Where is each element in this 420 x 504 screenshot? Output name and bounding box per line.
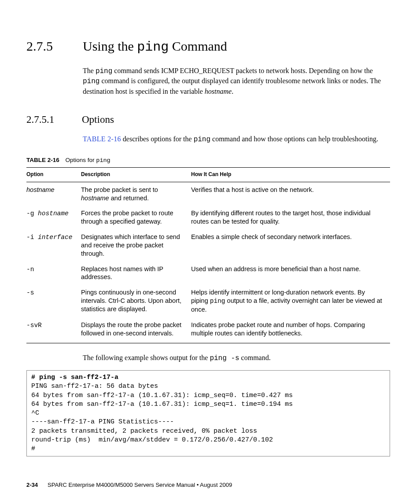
page-footer: 2-34SPARC Enterprise M4000/M5000 Servers… bbox=[26, 481, 232, 489]
code-example: # ping -s san-ff2-17-a PING san-ff2-17-a… bbox=[26, 370, 390, 456]
table-cross-ref: TABLE 2-16 bbox=[83, 135, 121, 143]
subsection-title: Options bbox=[82, 113, 114, 126]
intro-paragraph: The ping command sends ICMP ECHO_REQUEST… bbox=[83, 66, 390, 96]
table-row: -svR Displays the route the probe packet… bbox=[26, 317, 390, 343]
section-number: 2.7.5 bbox=[26, 37, 58, 56]
table-row: -g hostname Forces the probe packet to r… bbox=[26, 206, 390, 229]
table-caption: TABLE 2-16 Options for ping bbox=[26, 156, 390, 165]
options-paragraph: TABLE 2-16 describes options for the pin… bbox=[83, 134, 390, 145]
page-number: 2-34 bbox=[26, 482, 38, 488]
section-heading: 2.7.5 Using the ping Command bbox=[26, 37, 390, 56]
table-row: hostname The probe packet is sent to hos… bbox=[26, 182, 390, 206]
th-description: Description bbox=[81, 168, 191, 182]
options-table: Option Description How It Can Help hostn… bbox=[26, 167, 390, 343]
subsection-heading: 2.7.5.1 Options bbox=[26, 113, 390, 126]
th-option: Option bbox=[26, 168, 81, 182]
table-row: -s Pings continuously in one-second inte… bbox=[26, 285, 390, 317]
subsection-number: 2.7.5.1 bbox=[26, 113, 61, 126]
th-help: How It Can Help bbox=[191, 168, 390, 182]
table-row: -i interface Designates which interface … bbox=[26, 229, 390, 261]
example-paragraph: The following example shows output for t… bbox=[83, 353, 390, 364]
footer-text: SPARC Enterprise M4000/M5000 Servers Ser… bbox=[48, 482, 232, 488]
table-row: -n Replaces host names with IP addresses… bbox=[26, 261, 390, 285]
section-title: Using the ping Command bbox=[83, 37, 227, 56]
